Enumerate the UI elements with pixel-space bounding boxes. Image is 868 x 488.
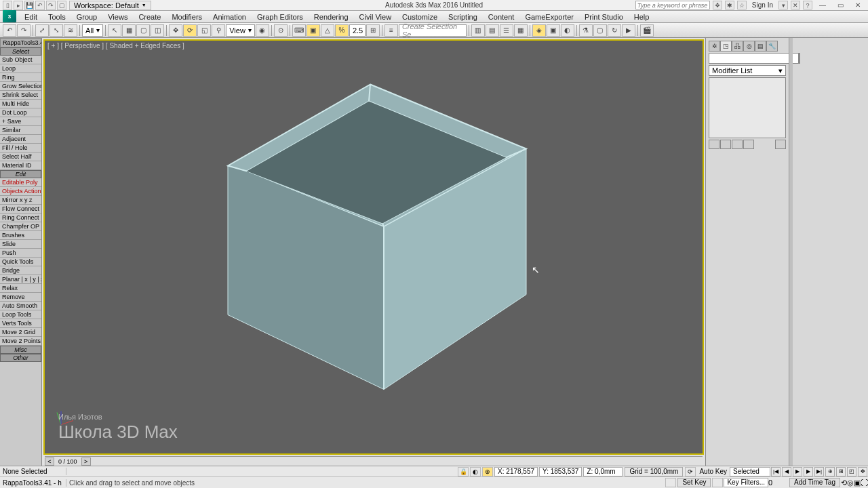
- new-icon[interactable]: ▯: [3, 1, 12, 10]
- percent-snap-button[interactable]: %: [335, 24, 349, 37]
- favorites-icon[interactable]: ☆: [737, 1, 747, 9]
- object-name-input[interactable]: [709, 53, 799, 64]
- move-button[interactable]: ✥: [169, 24, 182, 37]
- slider-next-button[interactable]: >: [81, 458, 91, 466]
- angle-snap-button[interactable]: △: [321, 24, 334, 37]
- render-button[interactable]: 🎬: [640, 24, 654, 37]
- btn-relax[interactable]: Relax: [0, 284, 41, 293]
- btn-multihide[interactable]: Multi Hide: [0, 100, 41, 108]
- rotate-button[interactable]: ⟳: [183, 24, 197, 37]
- viewport-perspective[interactable]: [ + ] [ Perspective ] [ Shaded + Edged F…: [43, 39, 704, 455]
- curve-editor-button[interactable]: ◈: [532, 24, 546, 37]
- render-production-button[interactable]: ▶: [622, 24, 635, 37]
- time-slider[interactable]: < 0 / 100 >: [45, 456, 703, 466]
- btn-vertstools[interactable]: Verts Tools: [0, 319, 41, 328]
- nav-dolly-button[interactable]: ◎: [847, 479, 854, 487]
- menu-civilview[interactable]: Civil View: [354, 13, 397, 21]
- menu-modifiers[interactable]: Modifiers: [166, 13, 208, 21]
- section-other[interactable]: Other: [0, 354, 41, 362]
- link-button[interactable]: ⤢: [35, 24, 49, 37]
- y-coord[interactable]: Y: 1853,537: [539, 467, 582, 476]
- btn-looptools[interactable]: Loop Tools: [0, 310, 41, 319]
- comm-icon[interactable]: [665, 478, 676, 487]
- menu-views[interactable]: Views: [102, 13, 133, 21]
- modifier-list-dropdown[interactable]: Modifier List ▾: [709, 65, 786, 76]
- section-edit[interactable]: Edit: [0, 170, 41, 178]
- btn-flowconnect[interactable]: Flow Connect: [0, 205, 41, 214]
- menu-group[interactable]: Group: [71, 13, 103, 21]
- btn-slide[interactable]: Slide: [0, 240, 41, 249]
- btn-shrinkselect[interactable]: Shrink Select: [0, 91, 41, 100]
- render-iterative-button[interactable]: ↻: [608, 24, 621, 37]
- exchange-icon[interactable]: ✱: [725, 1, 734, 9]
- redo-button[interactable]: ↷: [17, 24, 31, 37]
- unlink-button[interactable]: ⤡: [50, 24, 63, 37]
- infocenter-icon[interactable]: ❖: [713, 1, 722, 9]
- minimize-button[interactable]: —: [815, 1, 830, 9]
- btn-bridge[interactable]: Bridge: [0, 266, 41, 275]
- selection-filter[interactable]: All▾: [82, 24, 103, 37]
- keyboard-shortcut-button[interactable]: ⌨: [292, 24, 306, 37]
- section-select[interactable]: Select: [0, 47, 41, 56]
- exchange-apps-icon[interactable]: ✕: [791, 1, 800, 9]
- btn-growselection[interactable]: Grow Selection: [0, 82, 41, 91]
- btn-move2grid[interactable]: Move 2 Grid: [0, 328, 41, 337]
- remove-modifier-button[interactable]: [743, 140, 754, 149]
- btn-push[interactable]: Push: [0, 249, 41, 258]
- btn-mirror[interactable]: Mirror x y z: [0, 196, 41, 205]
- btn-champferop[interactable]: Champfer OP: [0, 222, 41, 231]
- make-unique-button[interactable]: [732, 140, 743, 149]
- bind-button[interactable]: ≋: [64, 24, 77, 37]
- modifier-stack[interactable]: [709, 77, 786, 138]
- nav-orbit-button[interactable]: ⟲: [841, 479, 847, 487]
- isolate-icon[interactable]: ◐: [470, 467, 481, 476]
- btn-objectsactions[interactable]: Objects Actions: [0, 187, 41, 196]
- menu-create[interactable]: Create: [133, 13, 166, 21]
- manipulate-button[interactable]: ⊙: [274, 24, 288, 37]
- color-swatch[interactable]: [799, 53, 800, 64]
- spinner-snap[interactable]: 2.5: [349, 24, 366, 37]
- tab-display[interactable]: ▤: [755, 41, 766, 52]
- btn-autosmooth[interactable]: Auto Smooth: [0, 302, 41, 310]
- redo-icon[interactable]: ↷: [46, 1, 56, 10]
- btn-dotloop[interactable]: Dot Loop: [0, 108, 41, 117]
- open-icon[interactable]: ▸: [14, 1, 23, 10]
- z-coord[interactable]: Z: 0,0mm: [583, 467, 623, 476]
- snaps-toggle-button[interactable]: ▣: [307, 24, 320, 37]
- menu-animation[interactable]: Animation: [208, 13, 252, 21]
- btn-fillhole[interactable]: Fill / Hole: [0, 144, 41, 152]
- animate-icon[interactable]: ⟳: [685, 467, 696, 476]
- section-misc[interactable]: Misc: [0, 346, 41, 354]
- goto-start-button[interactable]: |◀: [771, 467, 781, 476]
- undo-button[interactable]: ↶: [3, 24, 16, 37]
- btn-planar[interactable]: Planar | x | y | z: [0, 275, 41, 284]
- panel-scrollbar[interactable]: [789, 38, 793, 466]
- pivot-button[interactable]: ◉: [256, 24, 269, 37]
- nav-walk-button[interactable]: ▣: [854, 479, 861, 487]
- next-frame-button[interactable]: ▶: [804, 467, 813, 476]
- select-region-button[interactable]: ▢: [136, 24, 150, 37]
- help-icon[interactable]: ?: [803, 1, 812, 9]
- select-name-button[interactable]: ▦: [122, 24, 136, 37]
- search-input[interactable]: [635, 1, 710, 9]
- autokey-button[interactable]: Auto Key: [696, 468, 730, 475]
- chevron-down-icon[interactable]: ▾: [778, 1, 788, 9]
- placement-button[interactable]: ⚲: [212, 24, 225, 37]
- project-icon[interactable]: ▢: [57, 1, 66, 10]
- btn-similar[interactable]: Similar: [0, 126, 41, 135]
- nav-zoom-button[interactable]: ⊕: [825, 467, 835, 476]
- menu-help[interactable]: Help: [629, 13, 655, 21]
- current-frame[interactable]: 0: [768, 479, 789, 487]
- setkey-button[interactable]: Set Key: [677, 478, 711, 487]
- align-button[interactable]: ▤: [486, 24, 499, 37]
- save-icon[interactable]: 💾: [24, 1, 34, 10]
- keymode-dropdown[interactable]: Selected: [730, 467, 770, 476]
- named-selection-dropdown[interactable]: Create Selection Se: [399, 24, 467, 37]
- menu-scripting[interactable]: Scripting: [443, 13, 483, 21]
- menu-customize[interactable]: Customize: [397, 13, 443, 21]
- tab-hierarchy[interactable]: 品: [732, 41, 743, 52]
- coord-mode-icon[interactable]: ⊕: [482, 467, 493, 476]
- btn-brushes[interactable]: Brushes: [0, 231, 41, 240]
- btn-loop[interactable]: Loop: [0, 64, 41, 73]
- scale-button[interactable]: ◱: [197, 24, 211, 37]
